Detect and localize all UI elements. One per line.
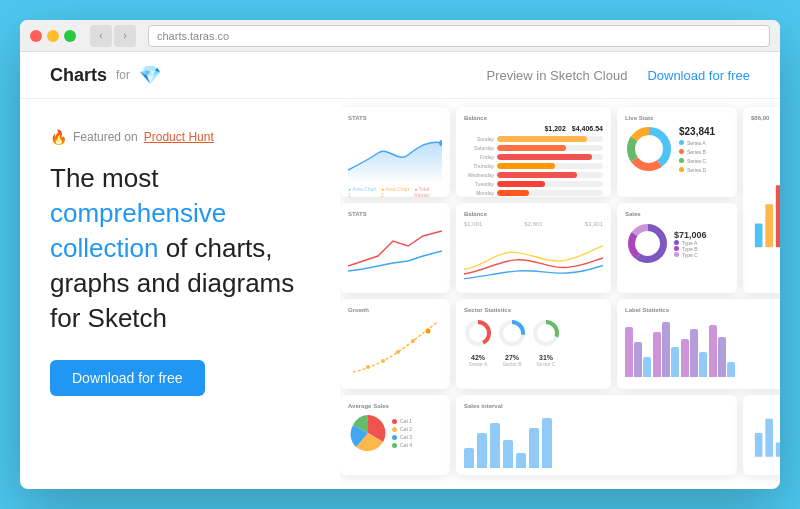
donut-chart-card: Live Stats $23,841 Series [617, 107, 737, 197]
donut-chart-title: Live Stats [625, 115, 729, 121]
fire-icon: 🔥 [50, 129, 67, 145]
balance-chart-card: Balance $1,001 $2,801 $3,301 [456, 203, 611, 293]
svg-point-21 [426, 329, 431, 334]
svg-rect-29 [765, 419, 773, 457]
maximize-button[interactable] [64, 30, 76, 42]
svg-rect-28 [755, 433, 763, 457]
browser-window: ‹ › charts.taras.co Charts for 💎 Preview… [20, 20, 780, 489]
hbar-row: Sunday [464, 136, 603, 142]
traffic-lights [30, 30, 76, 42]
svg-point-20 [411, 339, 415, 343]
charts-grid: STATS [340, 107, 780, 481]
barvsmall-svg [751, 403, 780, 463]
scatter-chart-card: Growth [340, 299, 450, 389]
vbar-svg [751, 125, 780, 255]
logo-area: Charts for 💎 [50, 64, 161, 86]
hbar-chart-title: Balance [464, 115, 603, 121]
stats-row: 42% Sector A 27% Sector B [464, 319, 603, 367]
scatter-svg [348, 317, 442, 377]
featured-badge: 🔥 Featured on Product Hunt [50, 129, 310, 145]
area-chart-title: STATS [348, 115, 442, 121]
multibar-chart-title: Label Statistics [625, 307, 780, 313]
vbar-chart-title: $86,90 [751, 115, 780, 121]
hbar-row: Monday [464, 190, 603, 196]
legend-item: Series B [679, 149, 715, 155]
legend-item: Cat 2 [392, 426, 412, 432]
svg-rect-6 [755, 223, 763, 247]
hbar-row: Saturday [464, 145, 603, 151]
svg-point-18 [381, 359, 385, 363]
donut2-chart-title: Sales [625, 211, 729, 217]
stat-ring-svg [532, 319, 560, 347]
legend-item: Cat 1 [392, 418, 412, 424]
legend-item: Series D [679, 167, 715, 173]
svg-rect-7 [765, 204, 773, 247]
minimize-button[interactable] [47, 30, 59, 42]
stat-item: 27% Sector B [498, 319, 526, 367]
legend-item: Series C [679, 158, 715, 164]
hbar-chart-card: Balance $1,202 $4,406.54 Sunday Saturday [456, 107, 611, 197]
right-panel: STATS [340, 99, 780, 489]
heading-pre: The most [50, 163, 158, 193]
legend-item: Series A [679, 140, 715, 146]
donut2-svg [625, 221, 670, 266]
logo-text: Charts [50, 65, 107, 86]
multibar-chart-card: Label Statistics [617, 299, 780, 389]
donut2-chart-card: Sales $71,006 Type A Type [617, 203, 737, 293]
legend-item: Type C [674, 252, 707, 258]
stat-item: 42% Sector A [464, 319, 492, 367]
page-content: Charts for 💎 Preview in Sketch Cloud Dow… [20, 52, 780, 489]
hbar-row: Thursday [464, 163, 603, 169]
barvsmall-chart-card [743, 395, 780, 475]
nav-arrows: ‹ › [90, 25, 136, 47]
stats-chart-card: Sector Statistics 42% Sector A [456, 299, 611, 389]
hbar-row: Wednesday [464, 172, 603, 178]
stat-ring-svg [464, 319, 492, 347]
balance-svg [464, 230, 603, 285]
download-button[interactable]: Download for free [50, 360, 205, 396]
logo-for: for [116, 68, 130, 82]
pie-chart-title: Average Sales [348, 403, 442, 409]
svg-rect-30 [776, 443, 780, 457]
pie-chart-card: Average Sales Cat 1 Cat 2 [340, 395, 450, 475]
donut-value: $23,841 [679, 126, 715, 137]
line-svg [348, 221, 442, 276]
pie-svg [348, 413, 388, 453]
close-button[interactable] [30, 30, 42, 42]
donut-svg [625, 125, 673, 173]
sketch-icon: 💎 [139, 64, 161, 86]
line-chart-title: STATS [348, 211, 442, 217]
legend-item: Cat 3 [392, 434, 412, 440]
svg-point-19 [396, 350, 400, 354]
area-chart-svg [348, 125, 442, 180]
legend-item: Cat 4 [392, 442, 412, 448]
stat-item: 31% Sector C [532, 319, 560, 367]
nav-right: Preview in Sketch Cloud Download for fre… [486, 68, 750, 83]
top-nav: Charts for 💎 Preview in Sketch Cloud Dow… [20, 52, 780, 99]
back-button[interactable]: ‹ [90, 25, 112, 47]
svg-point-17 [366, 365, 370, 369]
left-panel: 🔥 Featured on Product Hunt The most comp… [20, 99, 340, 489]
nav-download-link[interactable]: Download for free [647, 68, 750, 83]
forward-button[interactable]: › [114, 25, 136, 47]
area-chart-card: STATS [340, 107, 450, 197]
main-area: 🔥 Featured on Product Hunt The most comp… [20, 99, 780, 489]
balance-chart-title: Balance [464, 211, 603, 217]
stat-ring-svg [498, 319, 526, 347]
browser-titlebar: ‹ › charts.taras.co [20, 20, 780, 52]
scatter-chart-title: Growth [348, 307, 442, 313]
label-stats-title: Sales interval [464, 403, 729, 409]
label-stats-card: Sales interval [456, 395, 737, 475]
product-hunt-link[interactable]: Product Hunt [144, 130, 214, 144]
svg-rect-8 [776, 185, 780, 247]
preview-link[interactable]: Preview in Sketch Cloud [486, 68, 627, 83]
hbar-row: Friday [464, 154, 603, 160]
vbar-chart-card: $86,90 [743, 107, 780, 293]
featured-text: Featured on [73, 130, 138, 144]
line-chart-card: STATS [340, 203, 450, 293]
stats-chart-title: Sector Statistics [464, 307, 603, 313]
hero-heading: The most comprehensive collection of cha… [50, 161, 310, 336]
address-bar[interactable]: charts.taras.co [148, 25, 770, 47]
address-text: charts.taras.co [157, 30, 229, 42]
hbar-row: Tuesday [464, 181, 603, 187]
